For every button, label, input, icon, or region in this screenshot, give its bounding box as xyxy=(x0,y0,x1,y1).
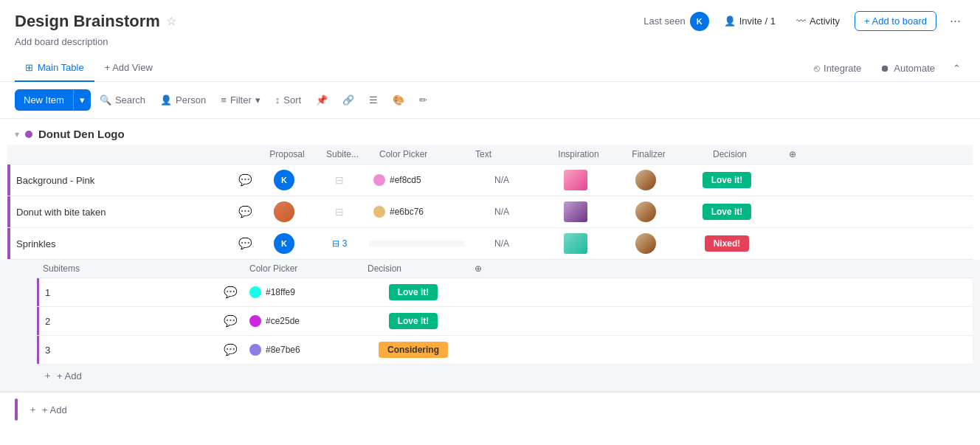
decision-badge: Love it! xyxy=(703,172,752,188)
cell-decision[interactable]: Love it! xyxy=(679,201,775,223)
add-subitem-button[interactable]: ＋ + Add xyxy=(37,365,973,387)
subitems-column-header-row: Subitems Color Picker Decision ⊕ xyxy=(37,260,973,278)
star-icon[interactable]: ☆ xyxy=(166,14,176,28)
filter-button[interactable]: ≡ Filter ▾ xyxy=(215,91,266,109)
search-button[interactable]: 🔍 Search xyxy=(94,91,151,109)
row-height-button[interactable]: ☰ xyxy=(363,91,384,109)
cell-proposal[interactable]: K xyxy=(258,230,310,257)
filter-dropdown-arrow: ▾ xyxy=(255,94,260,106)
col-header-proposal: Proposal xyxy=(261,145,313,164)
comment-icon[interactable]: 💬 xyxy=(238,173,252,187)
comment-icon[interactable]: 💬 xyxy=(238,237,252,250)
cell-add xyxy=(775,241,804,246)
sub-cell-decision[interactable]: Love it! xyxy=(362,281,465,303)
proposal-avatar xyxy=(274,201,294,222)
decision-badge: Love it! xyxy=(389,284,438,300)
integrate-button[interactable]: ⎋ Integrate xyxy=(808,60,867,77)
search-icon: 🔍 xyxy=(100,94,111,106)
person-filter-button[interactable]: 👤 Person xyxy=(154,91,212,109)
cell-color[interactable]: #e6bc76 xyxy=(369,203,465,221)
color-icon: 🎨 xyxy=(393,94,404,106)
comment-icon[interactable]: 💬 xyxy=(224,343,238,356)
new-item-button[interactable]: New Item ▾ xyxy=(15,89,91,111)
cell-proposal[interactable]: K xyxy=(258,167,310,193)
tab-add-view[interactable]: + Add View xyxy=(94,55,163,82)
group-accent xyxy=(15,399,18,421)
inspiration-image xyxy=(564,170,587,190)
subitem-icon: ⊟ xyxy=(335,174,344,186)
sub-row-name: 3 xyxy=(45,345,50,356)
board-subtitle: Add board description xyxy=(0,36,980,55)
cell-subitems[interactable]: ⊟ xyxy=(310,203,369,221)
edit-icon: ✏ xyxy=(419,94,427,106)
inspiration-image xyxy=(564,201,587,222)
person-icon: 👤 xyxy=(160,94,172,106)
hide-button[interactable]: 📌 xyxy=(310,91,334,109)
subitem-row: 1 💬 #18ffe9 Love it! xyxy=(37,278,973,307)
cell-text: N/A xyxy=(465,172,539,188)
filter-icon: ≡ xyxy=(221,94,227,106)
cell-text: N/A xyxy=(465,204,539,220)
cell-proposal[interactable] xyxy=(258,199,310,225)
edit-button[interactable]: ✏ xyxy=(413,91,433,109)
plus-icon: ＋ xyxy=(28,403,38,416)
table-row: Sprinkles 💬 K ⊟ 3 N/A Nixed! xyxy=(7,228,973,260)
table-area: ▾ Donut Den Logo Proposal Subite... Colo… xyxy=(0,119,980,427)
cell-finalizer xyxy=(612,230,679,257)
cell-subitems[interactable]: ⊟ xyxy=(310,171,369,189)
row-name-cell: Donut with bite taken 💬 xyxy=(10,205,258,218)
activity-button[interactable]: 〰 Activity xyxy=(790,13,846,30)
sub-cell-decision[interactable]: Considering xyxy=(362,339,465,361)
activity-icon: 〰 xyxy=(796,15,806,27)
subitem-count[interactable]: ⊟ 3 xyxy=(332,238,348,249)
table-wrapper: Proposal Subite... Color Picker Text Ins… xyxy=(0,145,980,260)
cell-inspiration xyxy=(539,230,612,257)
color-button[interactable]: 🎨 xyxy=(387,91,410,109)
avatar: K xyxy=(690,12,709,31)
automate-button[interactable]: ⏺ Automate xyxy=(874,60,941,77)
sub-col-header-decision: Decision xyxy=(362,260,465,277)
table-row: Donut with bite taken 💬 ⊟ #e6bc76 N/A xyxy=(7,196,973,228)
integrate-icon: ⎋ xyxy=(814,63,820,74)
cell-decision[interactable]: Nixed! xyxy=(679,232,775,255)
add-group-row[interactable]: ＋ + Add xyxy=(0,392,980,427)
group-by-button[interactable]: 🔗 xyxy=(337,91,360,109)
comment-icon[interactable]: 💬 xyxy=(238,205,252,218)
invite-button[interactable]: 👤 Invite / 1 xyxy=(718,13,781,30)
group-title[interactable]: Donut Den Logo xyxy=(38,128,125,140)
collapse-button[interactable]: ⌃ xyxy=(948,60,965,77)
cell-decision[interactable]: Love it! xyxy=(679,169,775,191)
col-header-color: Color Picker xyxy=(372,145,468,164)
comment-icon[interactable]: 💬 xyxy=(224,286,238,299)
column-header-row: Proposal Subite... Color Picker Text Ins… xyxy=(7,145,973,165)
group-collapse-icon[interactable]: ▾ xyxy=(15,129,19,139)
sub-cell-color[interactable]: #8e7be6 xyxy=(244,341,362,359)
comment-icon[interactable]: 💬 xyxy=(224,314,238,328)
add-to-board-button[interactable]: + Add to board xyxy=(855,11,936,31)
new-item-dropdown-arrow[interactable]: ▾ xyxy=(73,89,91,111)
color-swatch xyxy=(249,315,261,327)
sort-button[interactable]: ↕ Sort xyxy=(269,91,307,109)
sub-name-cell: 3 💬 xyxy=(39,343,244,356)
toolbar: New Item ▾ 🔍 Search 👤 Person ≡ Filter ▾ … xyxy=(0,82,980,119)
sub-row-name: 2 xyxy=(45,316,50,327)
cell-color[interactable]: #ef8cd5 xyxy=(369,171,465,189)
tabs-left: ⊞ Main Table + Add View xyxy=(15,55,163,81)
cell-inspiration xyxy=(539,167,612,193)
cell-subitems[interactable]: ⊟ 3 xyxy=(310,235,369,252)
subitem-icon: ⊟ xyxy=(335,206,344,218)
tab-main-table[interactable]: ⊞ Main Table xyxy=(15,55,94,82)
sub-cell-color[interactable]: #ce25de xyxy=(244,312,362,330)
sub-col-header-color: Color Picker xyxy=(244,260,362,277)
sub-cell-color[interactable]: #18ffe9 xyxy=(244,283,362,301)
subitem-row: 2 💬 #ce25de Love it! xyxy=(37,307,973,336)
sub-cell-decision[interactable]: Love it! xyxy=(362,310,465,332)
more-options-icon[interactable]: ··· xyxy=(945,10,965,32)
automate-icon: ⏺ xyxy=(880,63,890,74)
page-title: Design Brainstorm xyxy=(15,12,160,31)
col-header-add[interactable]: ⊕ xyxy=(778,145,807,164)
proposal-avatar: K xyxy=(274,233,294,254)
sub-col-header-add[interactable]: ⊕ xyxy=(465,260,491,277)
decision-badge: Considering xyxy=(379,342,448,358)
header-actions: Last seen K 👤 Invite / 1 〰 Activity + Ad… xyxy=(643,10,965,32)
